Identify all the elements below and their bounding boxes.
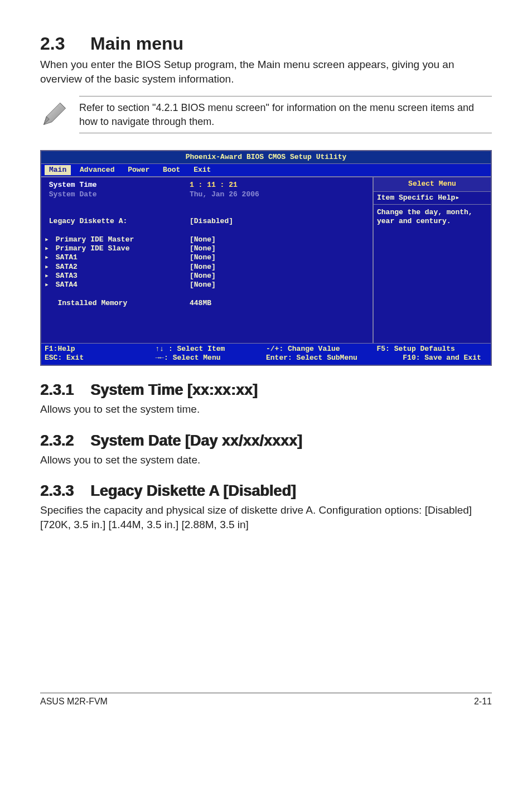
spacer [190, 289, 370, 298]
bios-screenshot: Phoenix-Award BIOS CMOS Setup Utility Ma… [40, 150, 492, 366]
field-system-time-value[interactable]: 1 : 11 : 21 [190, 181, 370, 190]
tab-exit[interactable]: Exit [189, 165, 215, 175]
spacer [45, 326, 190, 335]
value-sata2: [None] [190, 263, 370, 272]
tab-advanced[interactable]: Advanced [75, 165, 119, 175]
section-heading-231: 2.3.1System Time [xx:xx:xx] [40, 381, 492, 399]
field-system-date-value[interactable]: Thu, Jan 26 2006 [190, 190, 370, 199]
spacer [45, 226, 190, 235]
field-system-time-label[interactable]: System Time [45, 181, 190, 190]
footer-f1: F1:Help [45, 345, 75, 353]
field-installed-memory-label: Installed Memory [45, 299, 190, 308]
value-primary-ide-master: [None] [190, 235, 370, 244]
spacer [190, 208, 370, 217]
spacer [45, 308, 190, 317]
bios-menubar: Main Advanced Power Boot Exit [41, 163, 491, 177]
field-system-date-label[interactable]: System Date [45, 190, 190, 199]
tab-boot[interactable]: Boot [158, 165, 185, 175]
footer-enter: Enter: Select SubMenu [266, 354, 357, 362]
chevron-right-icon [455, 194, 460, 202]
tab-power[interactable]: Power [123, 165, 154, 175]
submenu-primary-ide-master[interactable]: ▸ Primary IDE Master [45, 235, 190, 244]
spacer [190, 199, 370, 208]
footer-leftright: →←: Select Menu [156, 354, 221, 362]
footer-change: -/+: Change Value [266, 345, 340, 353]
tab-main[interactable]: Main [45, 165, 71, 175]
bios-title: Phoenix-Award BIOS CMOS Setup Utility [41, 151, 491, 163]
value-sata3: [None] [190, 272, 370, 281]
footer-right: 2-11 [474, 697, 492, 707]
heading-text: Main menu [90, 33, 183, 54]
page-footer: ASUS M2R-FVM 2-11 [40, 693, 492, 707]
submenu-sata1[interactable]: ▸ SATA1 [45, 253, 190, 262]
spacer [45, 317, 190, 326]
note-text: Refer to section "4.2.1 BIOS menu screen… [79, 102, 474, 127]
section-body-233: Specifies the capacity and physical size… [40, 503, 492, 532]
section-body-231: Allows you to set the system time. [40, 402, 492, 417]
help-panel-subtitle: Item Specific Help [377, 194, 455, 202]
pencil-icon [40, 99, 69, 131]
submenu-sata2[interactable]: ▸ SATA2 [45, 263, 190, 272]
intro-paragraph: When you enter the BIOS Setup program, t… [40, 57, 492, 86]
submenu-primary-ide-slave[interactable]: ▸ Primary IDE Slave [45, 244, 190, 253]
note-callout: Refer to section "4.2.1 BIOS menu screen… [40, 96, 492, 133]
field-legacy-diskette-value[interactable]: [Disabled] [190, 217, 370, 226]
submenu-sata3[interactable]: ▸ SATA3 [45, 272, 190, 281]
footer-updown: ↑↓ : Select Item [156, 345, 225, 353]
value-sata4: [None] [190, 281, 370, 289]
footer-left: ASUS M2R-FVM [40, 697, 108, 707]
footer-f5: F5: Setup Defaults [377, 345, 455, 353]
section-heading-233: 2.3.3Legacy Diskette A [Disabled] [40, 482, 492, 500]
help-panel-text: Change the day, month, year and century. [374, 205, 491, 230]
spacer [45, 289, 190, 298]
value-primary-ide-slave: [None] [190, 244, 370, 253]
section-heading-232: 2.3.2System Date [Day xx/xx/xxxx] [40, 432, 492, 450]
field-legacy-diskette-label[interactable]: Legacy Diskette A: [45, 217, 190, 226]
help-panel-title: Select Menu [374, 177, 491, 191]
page-title: 2.3Main menu [40, 33, 492, 54]
submenu-sata4[interactable]: ▸ SATA4 [45, 281, 190, 289]
footer-f10: F10: Save and Exit [403, 354, 481, 362]
section-body-232: Allows you to set the system date. [40, 453, 492, 467]
heading-number: 2.3 [40, 33, 90, 54]
spacer [190, 226, 370, 235]
field-installed-memory-value: 448MB [190, 299, 370, 308]
spacer [45, 208, 190, 217]
footer-esc: ESC: Exit [45, 354, 84, 362]
bios-footer: F1:Help ESC: Exit ↑↓ : Select Item →←: S… [41, 343, 491, 365]
spacer [45, 199, 190, 208]
value-sata1: [None] [190, 253, 370, 262]
